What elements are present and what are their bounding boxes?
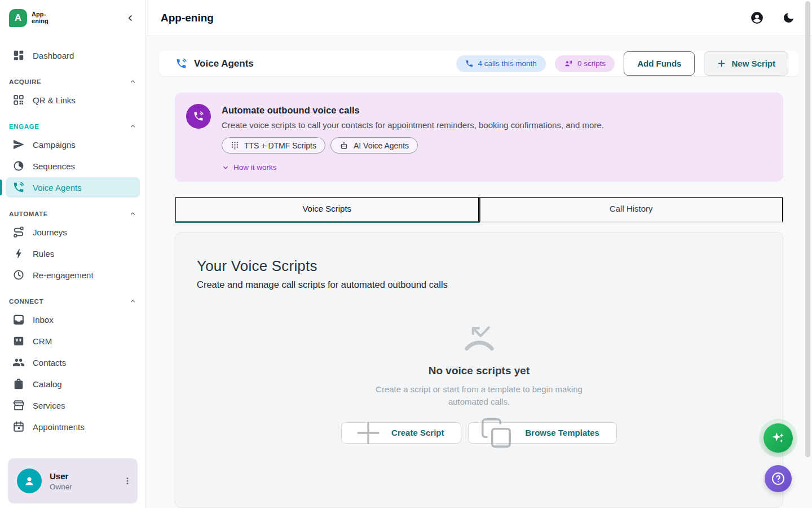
plus-icon bbox=[353, 418, 383, 448]
sidebar-item-contacts[interactable]: Contacts bbox=[6, 352, 140, 373]
sidebar-item-label: Catalog bbox=[33, 379, 62, 389]
sidebar-item-catalog[interactable]: Catalog bbox=[6, 374, 140, 394]
storefront-icon bbox=[12, 399, 25, 411]
clock-icon bbox=[12, 269, 25, 281]
copy-icon bbox=[480, 417, 513, 449]
sidebar: A App- ening Dashboard ACQUIRE QR bbox=[0, 0, 146, 508]
sidebar-item-voice-agents[interactable]: Voice Agents bbox=[6, 177, 140, 198]
dialpad-icon bbox=[231, 141, 239, 150]
section-label: ACQUIRE bbox=[9, 78, 41, 85]
browse-templates-button[interactable]: Browse Templates bbox=[468, 422, 616, 444]
kanban-icon bbox=[12, 335, 25, 347]
voice-scripts-panel: Your Voice Scripts Create and manage cal… bbox=[175, 232, 783, 508]
avatar bbox=[17, 468, 42, 493]
empty-actions: Create Script Browse Templates bbox=[341, 422, 617, 444]
sidebar-section-engage[interactable]: ENGAGE bbox=[9, 122, 136, 130]
users-icon bbox=[12, 356, 25, 369]
voice-person-icon bbox=[564, 59, 573, 68]
sidebar-user-area: User Owner bbox=[0, 452, 145, 508]
tab-call-history[interactable]: Call History bbox=[479, 197, 784, 223]
calendar-icon bbox=[12, 421, 25, 433]
header-actions bbox=[749, 10, 796, 26]
empty-state: No voice scripts yet Create a script or … bbox=[197, 323, 761, 444]
help-circle-icon bbox=[770, 471, 786, 487]
sidebar-item-label: Appointments bbox=[33, 422, 85, 432]
empty-title: No voice scripts yet bbox=[429, 365, 530, 377]
vertical-scrollbar[interactable] bbox=[805, 1, 810, 457]
sidebar-item-label: QR & Links bbox=[33, 95, 76, 105]
sidebar-item-label: Rules bbox=[33, 249, 54, 259]
chip-tts-dtmf: TTS + DTMF Scripts bbox=[222, 137, 325, 154]
how-it-works-label: How it works bbox=[233, 163, 277, 172]
sidebar-item-crm[interactable]: CRM bbox=[6, 331, 140, 351]
ai-assistant-fab[interactable] bbox=[764, 423, 793, 453]
sidebar-item-label: CRM bbox=[33, 336, 52, 346]
banner-icon-circle bbox=[186, 104, 211, 129]
sidebar-section-acquire[interactable]: ACQUIRE bbox=[9, 78, 136, 85]
help-fab[interactable] bbox=[765, 465, 792, 492]
create-script-button[interactable]: Create Script bbox=[341, 422, 461, 444]
robot-icon bbox=[339, 141, 348, 150]
user-info: User Owner bbox=[50, 471, 72, 491]
banner-description: Create voice scripts to call your contac… bbox=[222, 120, 604, 130]
info-banner: Automate outbound voice calls Create voi… bbox=[175, 93, 783, 182]
sidebar-item-label: Services bbox=[33, 401, 65, 410]
banner-chips: TTS + DTMF Scripts AI Voice Agents bbox=[222, 137, 604, 154]
user-icon bbox=[23, 474, 36, 488]
panel-subtitle: Create and manage call scripts for autom… bbox=[197, 279, 761, 290]
sidebar-item-rules[interactable]: Rules bbox=[6, 243, 140, 264]
sidebar-item-journeys[interactable]: Journeys bbox=[6, 222, 140, 242]
how-it-works-link[interactable]: How it works bbox=[222, 163, 277, 172]
sidebar-item-appointments[interactable]: Appointments bbox=[6, 417, 140, 437]
sidebar-item-qr-links[interactable]: QR & Links bbox=[6, 90, 140, 110]
scripts-badge-label: 0 scripts bbox=[577, 59, 606, 68]
chevron-up-icon bbox=[129, 122, 136, 130]
sidebar-item-reengagement[interactable]: Re-engagement bbox=[6, 265, 140, 285]
sidebar-item-label: Inbox bbox=[33, 315, 54, 325]
browse-templates-label: Browse Templates bbox=[525, 428, 599, 437]
sidebar-item-label: Sequences bbox=[33, 161, 75, 171]
sidebar-item-label: Journeys bbox=[33, 227, 67, 237]
app-logo[interactable]: A App- ening bbox=[9, 9, 48, 27]
account-button[interactable] bbox=[749, 10, 765, 26]
voice-agents-toolbar: Voice Agents 4 calls this month 0 script… bbox=[160, 51, 798, 76]
new-script-label: New Script bbox=[731, 59, 775, 68]
scripts-count-badge: 0 scripts bbox=[555, 55, 615, 72]
main-area: App-ening Voice Agents 4 calls this mont… bbox=[146, 0, 812, 508]
sidebar-item-sequences[interactable]: Sequences bbox=[6, 156, 140, 176]
sidebar-item-inbox[interactable]: Inbox bbox=[6, 309, 140, 330]
sidebar-item-campaigns[interactable]: Campaigns bbox=[6, 134, 140, 155]
tab-voice-scripts[interactable]: Voice Scripts bbox=[175, 197, 479, 223]
shopping-bag-icon bbox=[12, 378, 25, 390]
dark-mode-toggle[interactable] bbox=[781, 10, 796, 25]
new-script-button[interactable]: New Script bbox=[704, 51, 788, 76]
logo-text: App- ening bbox=[32, 11, 48, 24]
account-circle-icon bbox=[750, 11, 764, 25]
section-label: AUTOMATE bbox=[9, 211, 48, 217]
sidebar-item-dashboard[interactable]: Dashboard bbox=[6, 45, 140, 65]
page-title: App-ening bbox=[161, 12, 214, 24]
chevron-down-icon bbox=[222, 164, 230, 172]
sidebar-header: A App- ening bbox=[0, 0, 145, 36]
sidebar-item-services[interactable]: Services bbox=[6, 395, 140, 415]
sidebar-item-label: Campaigns bbox=[33, 140, 76, 150]
sequence-loop-icon bbox=[12, 160, 25, 172]
user-menu-button[interactable] bbox=[122, 475, 133, 487]
app-root: A App- ening Dashboard ACQUIRE QR bbox=[0, 0, 812, 508]
user-name: User bbox=[50, 471, 72, 481]
sidebar-item-label: Dashboard bbox=[33, 51, 74, 60]
sidebar-item-label: Voice Agents bbox=[33, 183, 82, 192]
inbox-icon bbox=[12, 313, 25, 326]
banner-title: Automate outbound voice calls bbox=[222, 104, 604, 116]
panel-title: Your Voice Scripts bbox=[197, 257, 761, 275]
phone-call-icon bbox=[193, 111, 204, 122]
user-card[interactable]: User Owner bbox=[8, 458, 138, 503]
sidebar-section-connect[interactable]: CONNECT bbox=[9, 297, 136, 305]
sidebar-section-automate[interactable]: AUTOMATE bbox=[9, 210, 136, 217]
banner-content: Automate outbound voice calls Create voi… bbox=[222, 104, 604, 172]
add-funds-button[interactable]: Add Funds bbox=[624, 51, 695, 76]
chip-ai-voice-agents: AI Voice Agents bbox=[330, 137, 418, 154]
dashboard-icon bbox=[12, 49, 25, 62]
sidebar-nav: Dashboard ACQUIRE QR & Links ENGAGE Camp… bbox=[0, 36, 145, 437]
sidebar-collapse-button[interactable] bbox=[124, 12, 136, 24]
